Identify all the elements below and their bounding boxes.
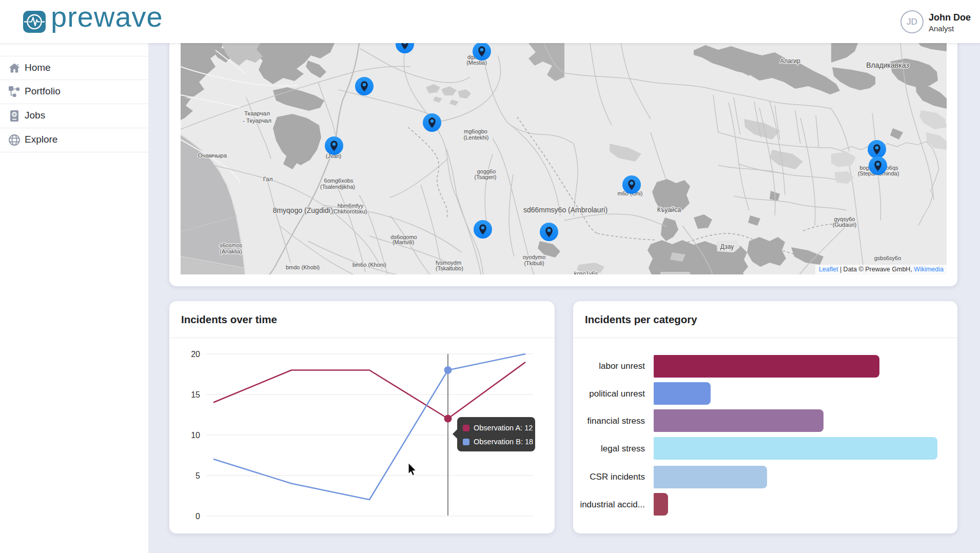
svg-text:(Martvili): (Martvili) [393, 239, 414, 245]
svg-text:Очамчыра: Очамчыра [198, 152, 227, 159]
svg-text:mg6ogbo: mg6ogbo [464, 128, 487, 134]
svg-text:Алагир: Алагир [780, 57, 800, 65]
svg-text:Гал: Гал [263, 176, 273, 182]
svg-text:oyodymo: oyodymo [523, 254, 546, 260]
svg-text:0: 0 [195, 512, 200, 521]
svg-text:(Mestia): (Mestia) [466, 60, 487, 66]
svg-text:10: 10 [191, 431, 200, 440]
svg-text:koso1y6s: koso1y6s [574, 270, 598, 274]
svg-text:Къуайса: Къуайса [657, 206, 681, 213]
svg-text:(Tsageri): (Tsageri) [475, 174, 497, 180]
svg-text:Владикавказ: Владикавказ [866, 61, 909, 69]
svg-text:- Ткуарчал: - Ткуарчал [243, 117, 271, 124]
svg-text:8myqogo (Zugdidi): 8myqogo (Zugdidi) [273, 206, 333, 214]
svg-text:(Tkibuli): (Tkibuli) [524, 260, 544, 266]
svg-text:s6osmos: s6osmos [220, 242, 243, 248]
svg-text:Ткаарчал: Ткаарчал [244, 110, 270, 116]
svg-text:(Anaklia): (Anaklia) [220, 248, 242, 254]
svg-text:(Tskaltubo): (Tskaltubo) [436, 265, 463, 271]
svg-text:5: 5 [195, 471, 200, 480]
svg-text:gsbs6sy6o: gsbs6sy6o [874, 255, 901, 261]
svg-text:bm6o (Khoni): bm6o (Khoni) [352, 262, 386, 268]
svg-text:(Gudauri): (Gudauri) [833, 222, 856, 228]
svg-text:(Chkhorotsku): (Chkhorotsku) [331, 208, 367, 214]
svg-text:6omg6xobs: 6omg6xobs [324, 177, 354, 184]
svg-text:bmdo (Khobi): bmdo (Khobi) [286, 264, 320, 270]
svg-text:15: 15 [191, 390, 200, 399]
svg-text:(Lentekhi): (Lentekhi) [464, 134, 489, 141]
svg-text:20: 20 [191, 350, 200, 359]
svg-text:sd66mmsy6o (Ambrolauri): sd66mmsy6o (Ambrolauri) [523, 206, 607, 214]
svg-text:Дзау: Дзау [720, 243, 734, 250]
svg-text:(Tsalendjikha): (Tsalendjikha) [320, 184, 355, 190]
